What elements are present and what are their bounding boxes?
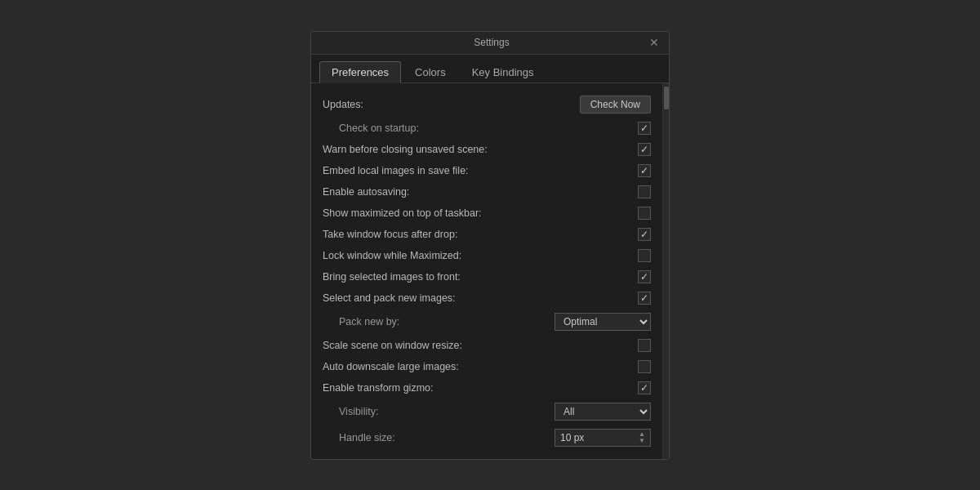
checkbox-transform-gizmo[interactable] <box>638 381 651 394</box>
scrollbar[interactable] <box>662 83 669 459</box>
dialog-title: Settings <box>336 37 648 48</box>
row-bring-front: Bring selected images to front: <box>323 266 651 287</box>
spinner-arrows[interactable]: ▲ ▼ <box>639 431 645 444</box>
row-check-on-startup: Check on startup: <box>323 118 651 139</box>
row-lock-maximized: Lock window while Maximized: <box>323 245 651 266</box>
preferences-content: Updates: Check Now Check on startup: War… <box>311 83 662 459</box>
row-handle-size: Handle size: 10 px ▲ ▼ <box>323 425 651 451</box>
label-transform-gizmo: Enable transform gizmo: <box>323 382 433 394</box>
checkbox-autosave[interactable] <box>638 185 651 198</box>
checkbox-auto-downscale[interactable] <box>638 360 651 373</box>
spinner-down-icon[interactable]: ▼ <box>639 438 645 444</box>
row-show-maximized: Show maximized on top of taskbar: <box>323 203 651 224</box>
spinner-handle-size[interactable]: 10 px ▲ ▼ <box>555 429 651 447</box>
tab-colors[interactable]: Colors <box>403 61 458 82</box>
spinner-value: 10 px <box>560 432 584 443</box>
check-now-button[interactable]: Check Now <box>580 96 651 114</box>
label-handle-size: Handle size: <box>323 432 395 443</box>
checkbox-window-focus[interactable] <box>638 228 651 241</box>
checkbox-show-maximized[interactable] <box>638 207 651 220</box>
checkbox-scale-resize[interactable] <box>638 339 651 352</box>
row-pack-new-by: Pack new by: Optimal Width Height <box>323 309 651 335</box>
label-show-maximized: Show maximized on top of taskbar: <box>323 207 482 219</box>
label-check-on-startup: Check on startup: <box>323 122 419 134</box>
label-autosave: Enable autosaving: <box>323 186 409 198</box>
checkbox-lock-maximized[interactable] <box>638 249 651 262</box>
label-pack-new-by: Pack new by: <box>323 316 399 327</box>
label-warn-closing: Warn before closing unsaved scene: <box>323 144 488 155</box>
row-warn-closing: Warn before closing unsaved scene: <box>323 139 651 160</box>
tab-keybindings[interactable]: Key Bindings <box>460 61 546 82</box>
label-embed-images: Embed local images in save file: <box>323 165 469 176</box>
checkbox-bring-front[interactable] <box>638 270 651 283</box>
row-scale-resize: Scale scene on window resize: <box>323 335 651 356</box>
close-button[interactable]: ✕ <box>648 37 661 48</box>
updates-row: Updates: Check Now <box>323 91 651 118</box>
label-visibility: Visibility: <box>323 406 378 417</box>
row-transform-gizmo: Enable transform gizmo: <box>323 377 651 399</box>
select-pack-new-by[interactable]: Optimal Width Height <box>555 313 651 331</box>
tabs-container: Preferences Colors Key Bindings <box>311 55 669 83</box>
checkbox-warn-closing[interactable] <box>638 143 651 156</box>
label-auto-downscale: Auto downscale large images: <box>323 361 459 372</box>
row-auto-downscale: Auto downscale large images: <box>323 356 651 377</box>
row-autosave: Enable autosaving: <box>323 181 651 203</box>
content-wrapper: Updates: Check Now Check on startup: War… <box>311 83 669 459</box>
tab-preferences[interactable]: Preferences <box>319 61 401 83</box>
row-window-focus: Take window focus after drop: <box>323 224 651 245</box>
label-window-focus: Take window focus after drop: <box>323 229 457 240</box>
label-select-pack: Select and pack new images: <box>323 292 456 304</box>
label-scale-resize: Scale scene on window resize: <box>323 340 462 351</box>
title-bar: Settings ✕ <box>311 32 669 55</box>
label-lock-maximized: Lock window while Maximized: <box>323 250 461 261</box>
checkbox-check-on-startup[interactable] <box>638 122 651 135</box>
row-visibility: Visibility: All Selected None <box>323 399 651 425</box>
checkbox-select-pack[interactable] <box>638 292 651 305</box>
label-bring-front: Bring selected images to front: <box>323 271 461 283</box>
settings-dialog: Settings ✕ Preferences Colors Key Bindin… <box>310 31 670 460</box>
checkbox-embed-images[interactable] <box>638 164 651 177</box>
scrollbar-thumb[interactable] <box>664 87 669 109</box>
row-select-pack: Select and pack new images: <box>323 287 651 309</box>
row-embed-images: Embed local images in save file: <box>323 160 651 181</box>
updates-label: Updates: <box>323 99 363 110</box>
select-visibility[interactable]: All Selected None <box>555 403 651 421</box>
